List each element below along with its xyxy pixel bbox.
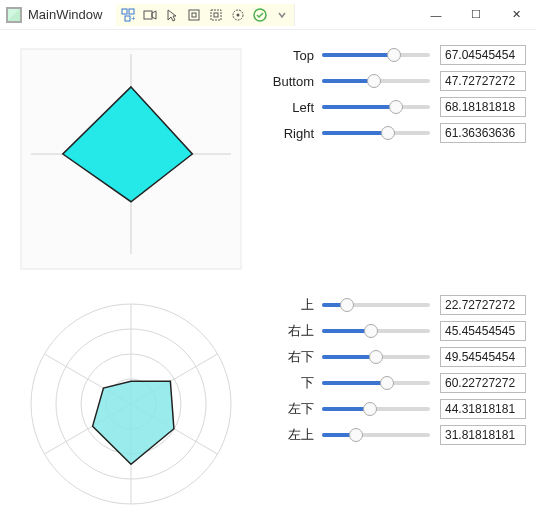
sliders_b-row: 左上: [264, 422, 526, 448]
svg-marker-26: [93, 381, 174, 464]
sliders_a-label: Top: [264, 48, 322, 63]
sliders_b-row: 右上: [264, 318, 526, 344]
diamond-radar-chart: [6, 34, 256, 274]
sliders_b-slider[interactable]: [322, 425, 430, 445]
sliders_a-row: Left: [264, 94, 526, 120]
sliders_b-row: 上: [264, 292, 526, 318]
hex-radar-chart: [6, 284, 256, 521]
collapse-icon[interactable]: [273, 6, 291, 24]
sliders_b-slider[interactable]: [322, 373, 430, 393]
svg-rect-7: [211, 10, 221, 20]
sliders_a-row: Buttom: [264, 68, 526, 94]
sliders_a-slider[interactable]: [322, 97, 430, 117]
bounds-icon[interactable]: [185, 6, 203, 24]
sliders_a-value[interactable]: [440, 45, 526, 65]
svg-rect-8: [214, 13, 218, 17]
target-icon[interactable]: [229, 6, 247, 24]
sliders_b-label: 上: [264, 296, 322, 314]
minimize-button[interactable]: —: [416, 0, 456, 30]
sliders_b-value[interactable]: [440, 321, 526, 341]
svg-text:+: +: [131, 14, 135, 22]
sliders_b-row: 下: [264, 370, 526, 396]
sliders_b-value[interactable]: [440, 373, 526, 393]
svg-point-10: [237, 13, 240, 16]
layout-icon[interactable]: [207, 6, 225, 24]
window-title: MainWindow: [28, 7, 102, 22]
inspect-tree-icon[interactable]: +: [119, 6, 137, 24]
controls-group-b: 上右上右下下左下左上: [256, 284, 530, 521]
sliders_a-value[interactable]: [440, 123, 526, 143]
sliders_a-slider[interactable]: [322, 45, 430, 65]
sliders_b-label: 右下: [264, 348, 322, 366]
check-icon[interactable]: [251, 6, 269, 24]
sliders_a-label: Left: [264, 100, 322, 115]
titlebar: MainWindow + — ☐ ✕: [0, 0, 536, 30]
sliders_b-slider[interactable]: [322, 321, 430, 341]
sliders_a-label: Right: [264, 126, 322, 141]
sliders_b-slider[interactable]: [322, 399, 430, 419]
svg-rect-5: [189, 10, 199, 20]
sliders_a-slider[interactable]: [322, 71, 430, 91]
sliders_a-row: Right: [264, 120, 526, 146]
sliders_b-row: 右下: [264, 344, 526, 370]
app-icon: [6, 7, 22, 23]
svg-rect-0: [122, 9, 127, 14]
video-icon[interactable]: [141, 6, 159, 24]
sliders_b-row: 左下: [264, 396, 526, 422]
sliders_a-value[interactable]: [440, 71, 526, 91]
svg-rect-4: [144, 11, 152, 19]
sliders_b-value[interactable]: [440, 347, 526, 367]
sliders_b-label: 右上: [264, 322, 322, 340]
sliders_b-value[interactable]: [440, 399, 526, 419]
svg-rect-6: [192, 13, 196, 17]
sliders_b-value[interactable]: [440, 425, 526, 445]
maximize-button[interactable]: ☐: [456, 0, 496, 30]
svg-rect-2: [125, 16, 130, 21]
sliders_a-slider[interactable]: [322, 123, 430, 143]
sliders_a-label: Buttom: [264, 74, 322, 89]
sliders_b-value[interactable]: [440, 295, 526, 315]
sliders_b-label: 左下: [264, 400, 322, 418]
controls-group-a: TopButtomLeftRight: [256, 34, 530, 274]
sliders_a-row: Top: [264, 42, 526, 68]
debug-toolbar: +: [116, 4, 295, 26]
sliders_b-slider[interactable]: [322, 347, 430, 367]
sliders_b-label: 左上: [264, 426, 322, 444]
pointer-icon[interactable]: [163, 6, 181, 24]
sliders_b-label: 下: [264, 374, 322, 392]
sliders_b-slider[interactable]: [322, 295, 430, 315]
sliders_a-value[interactable]: [440, 97, 526, 117]
close-button[interactable]: ✕: [496, 0, 536, 30]
